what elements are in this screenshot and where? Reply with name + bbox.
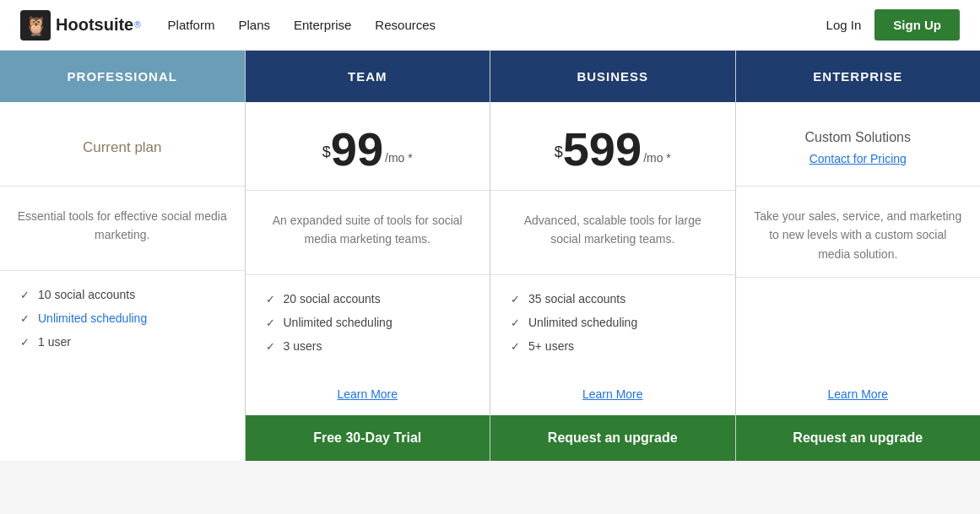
feature-item: ✓ 20 social accounts [266,292,470,306]
check-icon: ✓ [266,340,275,353]
plan-description-business: Advanced, scalable tools for large socia… [490,191,735,275]
price-row-team: $ 99 /mo * [322,126,413,173]
plan-description-enterprise: Take your sales, service, and marketing … [736,187,981,278]
check-icon: ✓ [20,312,30,325]
feature-item: ✓ Unlimited scheduling [20,311,225,325]
login-button[interactable]: Log In [826,18,862,32]
price-row-business: $ 599 /mo * [555,126,671,173]
price-suffix-team: /mo * [385,151,413,165]
cta-button-team[interactable]: Free 30-Day Trial [246,415,490,461]
signup-button[interactable]: Sign Up [874,9,960,41]
feature-item: ✓ Unlimited scheduling [266,316,470,329]
plan-price-business: $ 599 /mo * [490,102,735,191]
plan-features-professional: ✓ 10 social accounts ✓ Unlimited schedul… [0,271,245,461]
plan-features-team: ✓ 20 social accounts ✓ Unlimited schedul… [246,275,490,380]
feature-item: ✓ 3 users [266,339,470,353]
learn-more-link-team[interactable]: Learn More [337,387,398,401]
unlimited-scheduling-link[interactable]: Unlimited scheduling [38,311,147,325]
check-icon: ✓ [511,317,520,329]
plan-features-business: ✓ 35 social accounts ✓ Unlimited schedul… [490,275,735,380]
feature-item: ✓ 10 social accounts [20,288,225,301]
plan-price-enterprise: Custom Solutions Contact for Pricing [736,102,981,187]
logo-text: Hootsuite [56,15,133,35]
plan-price-team: $ 99 /mo * [246,102,490,191]
feature-text: 20 social accounts [284,292,381,306]
pricing-section: PROFESSIONAL Current plan Essential tool… [0,51,980,461]
check-icon: ✓ [511,340,520,353]
check-icon: ✓ [266,293,275,306]
plan-cta-enterprise: Request an upgrade [736,415,981,461]
plan-learn-more-team: Learn More [246,380,490,415]
current-plan-label: Current plan [83,139,162,156]
hootsuite-logo-icon: 🦉 [20,10,51,41]
plan-header-business: BUSINESS [490,51,735,102]
feature-text: 35 social accounts [528,292,625,306]
plan-business: BUSINESS $ 599 /mo * Advanced, scalable … [490,51,736,461]
logo[interactable]: 🦉 Hootsuite ® [20,10,141,41]
feature-text: 5+ users [528,339,574,353]
plan-description-team: An expanded suite of tools for social me… [246,191,490,275]
plan-cta-business: Request an upgrade [490,415,735,461]
svg-text:🦉: 🦉 [24,14,48,37]
plan-team: TEAM $ 99 /mo * An expanded suite of too… [246,51,491,461]
plan-header-team: TEAM [246,51,490,102]
feature-item: ✓ 5+ users [511,339,715,353]
price-suffix-business: /mo * [643,151,671,165]
price-dollar-business: $ [555,143,563,161]
learn-more-link-business[interactable]: Learn More [582,387,643,401]
cta-button-business[interactable]: Request an upgrade [490,415,735,461]
feature-text: 1 user [38,335,71,349]
feature-item: ✓ 35 social accounts [511,292,715,306]
plan-enterprise: ENTERPRISE Custom Solutions Contact for … [736,51,981,461]
plan-header-professional: PROFESSIONAL [0,51,245,102]
feature-text: Unlimited scheduling [284,316,393,329]
check-icon: ✓ [20,336,30,349]
check-icon: ✓ [511,293,520,306]
plan-header-enterprise: ENTERPRISE [736,51,981,102]
plan-learn-more-business: Learn More [490,380,735,415]
feature-text: 3 users [284,339,322,353]
nav-resources[interactable]: Resources [375,18,436,32]
nav-enterprise[interactable]: Enterprise [294,18,351,32]
plan-description-professional: Essential tools for effective social med… [0,187,245,271]
check-icon: ✓ [20,289,30,301]
nav-platform[interactable]: Platform [168,18,215,32]
feature-text: 10 social accounts [38,288,135,301]
plan-professional: PROFESSIONAL Current plan Essential tool… [0,51,246,461]
check-icon: ✓ [266,317,275,329]
price-amount-business: 599 [563,126,642,173]
learn-more-link-enterprise[interactable]: Learn More [827,387,888,401]
nav-links: Platform Plans Enterprise Resources [168,18,826,32]
price-amount-team: 99 [331,126,383,173]
nav-actions: Log In Sign Up [826,9,960,41]
feature-text: Unlimited scheduling [528,316,637,329]
feature-item: ✓ Unlimited scheduling [511,316,715,329]
contact-for-pricing-link[interactable]: Contact for Pricing [809,152,907,165]
custom-solutions-label: Custom Solutions [805,130,911,145]
plan-cta-team: Free 30-Day Trial [246,415,490,461]
navigation: 🦉 Hootsuite ® Platform Plans Enterprise … [0,0,980,51]
plan-learn-more-enterprise: Learn More [736,380,981,415]
plan-features-enterprise [736,278,981,380]
plan-price-professional: Current plan [0,102,245,187]
price-dollar-team: $ [322,143,331,161]
cta-button-enterprise[interactable]: Request an upgrade [736,415,981,461]
feature-item: ✓ 1 user [20,335,225,349]
nav-plans[interactable]: Plans [238,18,270,32]
